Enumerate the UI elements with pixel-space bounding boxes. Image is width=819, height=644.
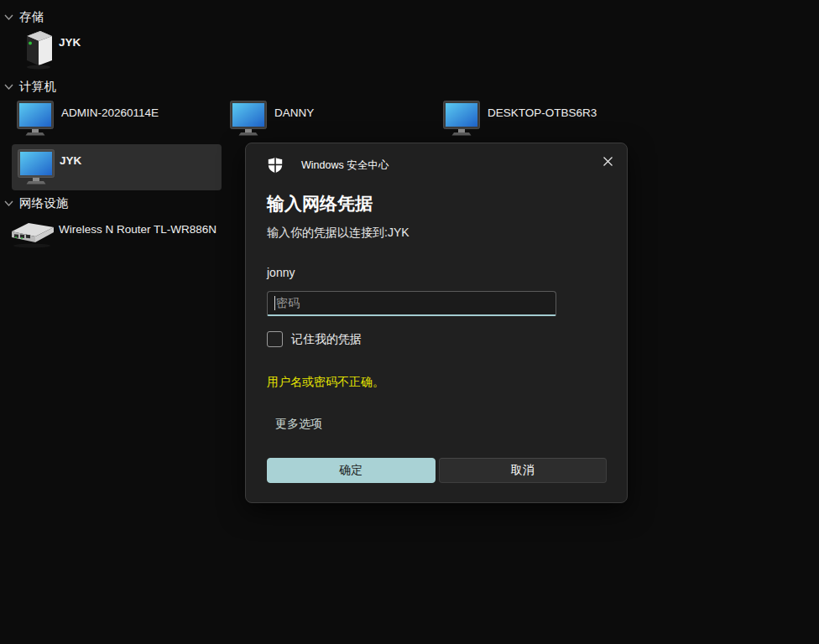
password-field-wrap [267,291,556,316]
chevron-down-icon [3,12,14,23]
dialog-app-title: Windows 安全中心 [301,158,389,173]
section-storage[interactable]: 存储 [3,8,44,25]
remember-credentials-label: 记住我的凭据 [291,332,362,347]
monitor-icon [443,101,480,136]
computer-item-danny[interactable]: DANNY [230,101,314,136]
computer-item-jyk-selected[interactable]: JYK [12,144,222,190]
windows-security-shield-icon [267,157,284,174]
ok-button[interactable]: 确定 [267,458,436,483]
computer-item-label: ADMIN-20260114E [61,106,159,119]
chevron-down-icon [3,198,14,209]
remember-credentials-row: 记住我的凭据 [267,331,362,347]
section-network-devices[interactable]: 网络设施 [3,195,69,211]
computer-item-admin[interactable]: ADMIN-20260114E [17,101,159,136]
monitor-icon [230,101,267,136]
close-icon [603,156,613,167]
computer-item-desktop-otbs6r3[interactable]: DESKTOP-OTBS6R3 [443,101,597,136]
computer-item-label: JYK [60,154,81,167]
cancel-button[interactable]: 取消 [439,458,608,483]
computer-item-label: DESKTOP-OTBS6R3 [488,106,597,119]
dialog-button-row: 确定 取消 [267,458,607,483]
error-message: 用户名或密码不正确。 [267,375,384,390]
chevron-down-icon [3,81,14,92]
network-item-router[interactable]: Wireless N Router TL-WR886N [8,216,55,250]
dialog-title: 输入网络凭据 [267,192,373,216]
storage-item-jyk[interactable]: JYK [20,29,54,70]
close-button[interactable] [595,148,620,174]
section-computers[interactable]: 计算机 [3,78,56,95]
storage-item-label: JYK [59,36,81,49]
section-network-devices-label: 网络设施 [19,195,69,211]
monitor-icon [17,101,54,136]
monitor-icon [18,149,55,184]
text-caret [274,296,275,310]
dialog-header: Windows 安全中心 [267,157,389,174]
windows-security-dialog: Windows 安全中心 输入网络凭据 输入你的凭据以连接到:JYK jonny… [245,143,628,503]
more-options-link[interactable]: 更多选项 [275,417,322,432]
nas-storage-icon [20,29,54,70]
section-computers-label: 计算机 [19,79,56,95]
router-icon [8,216,55,250]
password-input[interactable] [267,291,556,316]
dialog-subtitle: 输入你的凭据以连接到:JYK [267,226,410,241]
username-value[interactable]: jonny [267,266,295,279]
remember-credentials-checkbox[interactable] [267,331,283,347]
computer-item-label: DANNY [274,106,314,119]
section-storage-label: 存储 [19,9,44,25]
network-item-label: Wireless N Router TL-WR886N [59,223,216,236]
